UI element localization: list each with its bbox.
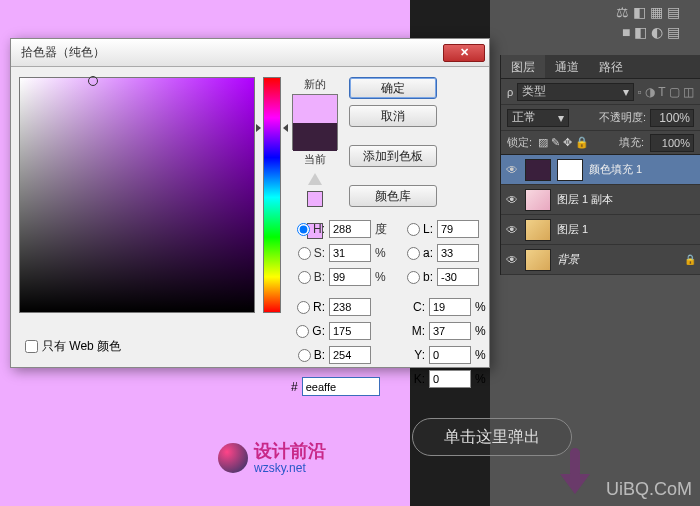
gamut-warning-icon[interactable] [308, 173, 322, 185]
lock-icons[interactable]: ▨ ✎ ✥ 🔒 [538, 136, 589, 149]
watermark-logo: 设计前沿 wzsky.net [218, 442, 326, 475]
layer-thumb[interactable] [525, 249, 551, 271]
a-radio[interactable] [407, 247, 420, 260]
color-libraries-button[interactable]: 颜色库 [349, 185, 437, 207]
close-button[interactable]: ✕ [443, 44, 485, 62]
lock-label: 锁定: [507, 135, 532, 150]
s-radio-label[interactable]: S: [299, 246, 327, 260]
color-field[interactable] [19, 77, 255, 313]
ok-button[interactable]: 确定 [349, 77, 437, 99]
annotation-callout: 单击这里弹出 [412, 418, 572, 456]
hex-input[interactable] [302, 377, 380, 396]
layer-row[interactable]: 👁 图层 1 副本 [501, 185, 700, 215]
visibility-icon[interactable]: 👁 [505, 163, 519, 177]
c-input[interactable] [429, 298, 471, 316]
dialog-titlebar[interactable]: 拾色器（纯色） ✕ [11, 39, 489, 67]
layer-row[interactable]: 👁 颜色填充 1 [501, 155, 700, 185]
logo-orb-icon [218, 443, 248, 473]
options-bar-icons-2: ■ ◧ ◐ ▤ [622, 24, 680, 40]
tab-paths[interactable]: 路径 [589, 55, 633, 78]
add-swatch-button[interactable]: 添加到色板 [349, 145, 437, 167]
y-input[interactable] [429, 346, 471, 364]
h-radio[interactable] [297, 223, 310, 236]
layer-mask-thumb[interactable] [557, 159, 583, 181]
layer-row[interactable]: 👁 图层 1 [501, 215, 700, 245]
b-input[interactable] [329, 268, 371, 286]
rgb-b-radio[interactable] [298, 349, 311, 362]
tab-layers[interactable]: 图层 [501, 55, 545, 78]
layer-thumb[interactable] [525, 219, 551, 241]
options-bar-icons: ⚖ ◧ ▦ ▤ [616, 4, 680, 20]
l-radio[interactable] [407, 223, 420, 236]
swatch-new [293, 95, 337, 123]
current-label: 当前 [304, 152, 326, 167]
g-radio[interactable] [296, 325, 309, 338]
hue-slider[interactable] [263, 77, 281, 313]
s-radio[interactable] [298, 247, 311, 260]
l-input[interactable] [437, 220, 479, 238]
rgb-b-input[interactable] [329, 346, 371, 364]
filter-type-label: ρ [507, 86, 513, 98]
opacity-input[interactable]: 100% [650, 109, 694, 127]
chevron-down-icon: ▾ [558, 111, 564, 125]
s-input[interactable] [329, 244, 371, 262]
g-input[interactable] [329, 322, 371, 340]
layer-row[interactable]: 👁 背景 🔒 [501, 245, 700, 275]
blend-mode-select[interactable]: 正常▾ [507, 109, 569, 127]
new-label: 新的 [304, 77, 326, 92]
chevron-down-icon: ▾ [623, 85, 629, 99]
b-radio-label[interactable]: B: [299, 270, 327, 284]
swatch-current[interactable] [293, 123, 337, 151]
layers-panel: 图层 通道 路径 ρ 类型▾ ▫ ◑ T ▢ ◫ 正常▾ 不透明度: 100% … [500, 55, 700, 275]
watermark-text: UiBQ.CoM [606, 479, 692, 500]
swatch-compare [292, 94, 338, 150]
h-radio-label[interactable]: H: [299, 222, 327, 236]
opacity-label: 不透明度: [599, 110, 646, 125]
visibility-icon[interactable]: 👁 [505, 223, 519, 237]
filter-type-select[interactable]: 类型▾ [517, 83, 633, 101]
m-input[interactable] [429, 322, 471, 340]
k-input[interactable] [429, 370, 471, 388]
visibility-icon[interactable]: 👁 [505, 193, 519, 207]
r-radio[interactable] [297, 301, 310, 314]
tab-channels[interactable]: 通道 [545, 55, 589, 78]
gamut-swatch[interactable] [307, 191, 323, 207]
picker-cursor [88, 76, 98, 86]
dialog-title: 拾色器（纯色） [15, 44, 443, 61]
lab-b-input[interactable] [437, 268, 479, 286]
visibility-icon[interactable]: 👁 [505, 253, 519, 267]
annotation-arrow-icon [560, 448, 588, 496]
r-input[interactable] [329, 298, 371, 316]
filter-icons[interactable]: ▫ ◑ T ▢ ◫ [638, 85, 695, 99]
lab-b-radio[interactable] [407, 271, 420, 284]
web-only-checkbox-label[interactable]: 只有 Web 颜色 [25, 338, 121, 355]
lock-icon: 🔒 [684, 254, 696, 265]
web-only-checkbox[interactable] [25, 340, 38, 353]
fill-input[interactable]: 100% [650, 134, 694, 152]
h-input[interactable] [329, 220, 371, 238]
close-icon: ✕ [460, 46, 469, 59]
fill-label: 填充: [619, 135, 644, 150]
hex-label: # [291, 380, 298, 394]
color-picker-dialog: 拾色器（纯色） ✕ 新的 当前 确定 取消 添加到色板 颜色库 [10, 38, 490, 368]
layer-thumb[interactable] [525, 159, 551, 181]
cancel-button[interactable]: 取消 [349, 105, 437, 127]
b-radio[interactable] [298, 271, 311, 284]
a-input[interactable] [437, 244, 479, 262]
layer-thumb[interactable] [525, 189, 551, 211]
